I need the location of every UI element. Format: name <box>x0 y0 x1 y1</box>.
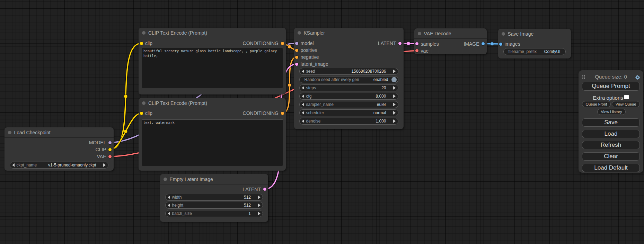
queue-front-button[interactable]: Queue Front <box>582 101 611 107</box>
decrement-arrow-icon[interactable] <box>168 212 170 215</box>
increment-arrow-icon[interactable] <box>393 119 396 123</box>
decrement-arrow-icon[interactable] <box>302 103 304 106</box>
decrement-arrow-icon[interactable] <box>168 204 170 207</box>
input-label: clip <box>145 40 152 46</box>
widget-scheduler[interactable]: schedulernormal <box>299 109 398 116</box>
link-midpoint-dot <box>124 130 127 133</box>
output-port-LATENT[interactable] <box>263 188 266 191</box>
input-port-negative[interactable] <box>295 56 298 59</box>
link-midpoint-dot <box>491 42 494 46</box>
input-label: model <box>301 40 314 46</box>
increment-arrow-icon[interactable] <box>258 212 261 215</box>
view-queue-button[interactable]: View Queue <box>612 101 640 107</box>
input-port-model[interactable] <box>295 42 298 45</box>
widget-label: steps <box>306 85 316 91</box>
input-label: clip <box>145 110 152 116</box>
node-title-bar[interactable]: Empty Latent Image <box>160 174 268 184</box>
node-collapse-dot[interactable] <box>418 32 421 35</box>
node-title-bar[interactable]: CLIP Text Encode (Prompt) <box>139 28 286 38</box>
widget-steps[interactable]: steps20 <box>299 84 398 91</box>
increment-arrow-icon[interactable] <box>103 163 106 167</box>
input-port-vae[interactable] <box>415 49 418 52</box>
decrement-arrow-icon[interactable] <box>168 196 170 199</box>
node-save-image[interactable]: Save Imageimagesfilename_prefixComfyUI <box>498 29 571 58</box>
load-default-button[interactable]: Load Default <box>582 164 640 172</box>
output-port-MODEL[interactable] <box>108 141 112 144</box>
decrement-arrow-icon[interactable] <box>302 119 304 123</box>
increment-arrow-icon[interactable] <box>393 70 396 73</box>
refresh-button[interactable]: Refresh <box>582 141 640 149</box>
input-port-samples[interactable] <box>415 42 418 45</box>
input-label: vae <box>421 48 429 54</box>
widget-ckpt_name[interactable]: ckpt_namev1-5-pruned-emaonly.ckpt <box>10 162 108 169</box>
widget-value: 512 <box>244 202 251 208</box>
widget-cfg[interactable]: cfg8.000 <box>299 93 398 100</box>
node-collapse-dot[interactable] <box>298 31 301 35</box>
node-title: Empty Latent Image <box>170 174 213 184</box>
input-port-clip[interactable] <box>140 112 143 115</box>
node-clip-text-encode-positive[interactable]: CLIP Text Encode (Prompt)clipCONDITIONIN… <box>139 28 286 94</box>
decrement-arrow-icon[interactable] <box>302 111 304 115</box>
node-vae-decode[interactable]: VAE DecodesamplesvaeIMAGE <box>414 28 487 54</box>
node-title-bar[interactable]: KSampler <box>294 28 404 38</box>
node-collapse-dot[interactable] <box>164 178 167 181</box>
output-label: CONDITIONING <box>243 110 279 116</box>
widget-sampler_name[interactable]: sampler_nameeuler <box>299 101 398 108</box>
node-title-bar[interactable]: CLIP Text Encode (Prompt) <box>139 98 286 108</box>
widget-seed[interactable]: seed156680208700286 <box>299 68 398 75</box>
increment-arrow-icon[interactable] <box>393 94 396 98</box>
node-title-bar[interactable]: Load Checkpoint <box>5 127 114 138</box>
widget-batch_size[interactable]: batch_size1 <box>165 210 263 217</box>
node-collapse-dot[interactable] <box>142 31 145 35</box>
prompt-textarea[interactable]: text, watermark <box>142 119 283 166</box>
queue-prompt-button[interactable]: Queue Prompt <box>582 82 640 91</box>
node-title: Save Image <box>508 29 534 39</box>
increment-arrow-icon[interactable] <box>258 204 261 207</box>
widget-height[interactable]: height512 <box>165 202 263 209</box>
input-port-latent_image[interactable] <box>295 63 298 66</box>
output-port-CLIP[interactable] <box>108 148 112 151</box>
widget-random-seed-after-every-gen[interactable]: Random seed after every genenabled <box>299 76 398 83</box>
output-port-CONDITIONING[interactable] <box>281 42 284 45</box>
decrement-arrow-icon[interactable] <box>12 163 15 167</box>
node-title-bar[interactable]: Save Image <box>498 29 571 39</box>
clear-button[interactable]: Clear <box>582 152 640 161</box>
load-button[interactable]: Load <box>582 130 640 138</box>
decrement-arrow-icon[interactable] <box>302 94 304 98</box>
output-port-IMAGE[interactable] <box>482 42 485 45</box>
node-title-bar[interactable]: VAE Decode <box>414 28 487 39</box>
node-title: CLIP Text Encode (Prompt) <box>148 28 207 38</box>
increment-arrow-icon[interactable] <box>393 103 396 106</box>
increment-arrow-icon[interactable] <box>393 111 396 115</box>
node-clip-text-encode-negative[interactable]: CLIP Text Encode (Prompt)clipCONDITIONIN… <box>139 98 286 171</box>
input-port-positive[interactable] <box>295 49 298 52</box>
output-port-LATENT[interactable] <box>398 42 402 45</box>
increment-arrow-icon[interactable] <box>258 196 261 199</box>
decrement-arrow-icon[interactable] <box>302 86 304 90</box>
widget-width[interactable]: width512 <box>165 194 263 201</box>
node-collapse-dot[interactable] <box>502 32 505 36</box>
queue-panel: Queue size: 0 Queue Prompt Extra options… <box>579 70 643 173</box>
extra-options-checkbox[interactable] <box>624 95 629 99</box>
save-button[interactable]: Save <box>582 118 640 127</box>
increment-arrow-icon[interactable] <box>393 86 396 90</box>
input-label: latent_image <box>301 61 328 67</box>
node-empty-latent-image[interactable]: Empty Latent ImageLATENTwidth512height51… <box>160 174 268 222</box>
settings-gear-icon[interactable] <box>635 75 640 80</box>
input-port-images[interactable] <box>499 43 502 46</box>
toggle-on-dot[interactable] <box>391 77 397 82</box>
comfyui-canvas[interactable]: Load CheckpointMODELCLIPVAEckpt_namev1-5… <box>0 0 644 244</box>
node-load-checkpoint[interactable]: Load CheckpointMODELCLIPVAEckpt_namev1-5… <box>5 127 114 171</box>
node-collapse-dot[interactable] <box>142 101 145 105</box>
node-ksampler[interactable]: KSamplermodelpositivenegativelatent_imag… <box>294 28 404 129</box>
input-port-clip[interactable] <box>140 42 143 45</box>
node-collapse-dot[interactable] <box>8 131 11 134</box>
output-port-VAE[interactable] <box>108 155 112 158</box>
widget-value: 1.000 <box>376 118 386 124</box>
view-history-button[interactable]: View History <box>597 109 626 115</box>
output-port-CONDITIONING[interactable] <box>281 112 284 115</box>
widget-filename_prefix[interactable]: filename_prefixComfyUI <box>503 48 566 55</box>
decrement-arrow-icon[interactable] <box>302 70 304 73</box>
prompt-textarea[interactable]: beautiful scenery nature glass bottle la… <box>142 48 283 88</box>
widget-denoise[interactable]: denoise1.000 <box>299 118 398 125</box>
